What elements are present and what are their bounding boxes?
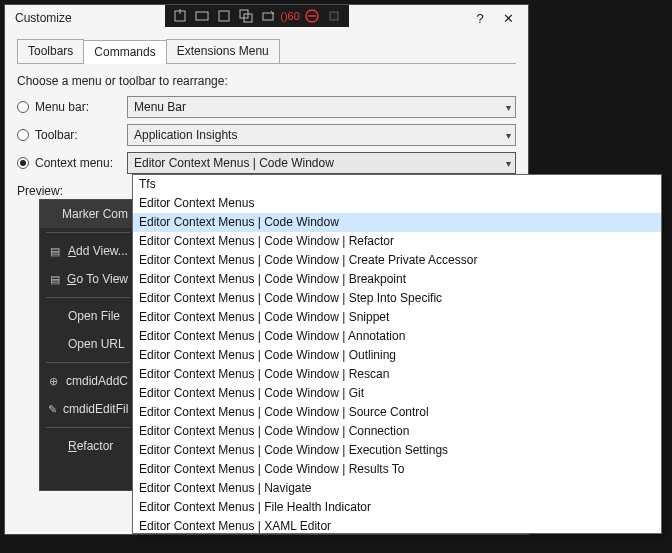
doc-icon: ▤ (48, 244, 62, 258)
preview-item[interactable]: Open URL (40, 330, 136, 358)
combo-toolbar-value: Application Insights (134, 128, 237, 142)
dropdown-item[interactable]: Editor Context Menus | Code Window | Con… (133, 422, 661, 441)
preview-item-label: Open File (68, 309, 120, 323)
preview-item[interactable]: Refactor (40, 432, 136, 460)
radio-toolbar[interactable] (17, 129, 29, 141)
preview-item-label: Open URL (68, 337, 125, 351)
tool-icon-2[interactable] (193, 7, 211, 25)
svg-rect-2 (196, 12, 208, 20)
separator (46, 232, 130, 233)
tab-extensions[interactable]: Extensions Menu (166, 39, 280, 63)
preview-panel: Marker Com▤Add View...▤Go To ViewOpen Fi… (39, 199, 137, 491)
dropdown-item[interactable]: Tfs (133, 175, 661, 194)
preview-item[interactable]: Open File (40, 302, 136, 330)
dropdown-item[interactable]: Editor Context Menus | Code Window | Cre… (133, 251, 661, 270)
svg-rect-6 (263, 13, 273, 20)
preview-item-label: cmdidAddC (66, 374, 128, 388)
stop-icon[interactable] (303, 7, 321, 25)
radio-menubar-label: Menu bar: (35, 100, 89, 114)
chevron-down-icon: ▾ (506, 130, 511, 141)
dropdown-item[interactable]: Editor Context Menus | Code Window | Out… (133, 346, 661, 365)
combo-context-value: Editor Context Menus | Code Window (134, 156, 334, 170)
combo-menubar-value: Menu Bar (134, 100, 186, 114)
dropdown-item[interactable]: Editor Context Menus | Code Window | Exe… (133, 441, 661, 460)
instruction-text: Choose a menu or toolbar to rearrange: (17, 74, 516, 88)
preview-item-label: Add View... (68, 244, 128, 258)
dropdown-item[interactable]: Editor Context Menus | Code Window | Res… (133, 365, 661, 384)
dropdown-item[interactable]: Editor Context Menus | Code Window | Res… (133, 460, 661, 479)
preview-item-label: Go To View (67, 272, 128, 286)
tool-icon-5[interactable] (259, 7, 277, 25)
tab-commands[interactable]: Commands (83, 40, 166, 64)
dropdown-item[interactable]: Editor Context Menus | Code Window | Sou… (133, 403, 661, 422)
preview-item[interactable]: ⊕cmdidAddC (40, 367, 136, 395)
preview-item-label: Marker Com (62, 207, 128, 221)
combo-toolbar[interactable]: Application Insights ▾ (127, 124, 516, 146)
tab-toolbars[interactable]: Toolbars (17, 39, 84, 63)
context-menu-dropdown[interactable]: TfsEditor Context MenusEditor Context Me… (132, 174, 662, 534)
dropdown-item[interactable]: Editor Context Menus | Code Window | Bre… (133, 270, 661, 289)
dropdown-item[interactable]: Editor Context Menus | Navigate (133, 479, 661, 498)
help-button[interactable]: ? (466, 8, 494, 28)
dropdown-item[interactable]: Editor Context Menus | Code Window | Sni… (133, 308, 661, 327)
combo-menubar[interactable]: Menu Bar ▾ (127, 96, 516, 118)
preview-item[interactable]: ▤Add View... (40, 237, 136, 265)
preview-item[interactable]: Marker Com (40, 200, 136, 228)
doc-icon: ▤ (48, 272, 61, 286)
separator (46, 427, 130, 428)
close-button[interactable]: ✕ (494, 8, 522, 28)
combo-context[interactable]: Editor Context Menus | Code Window ▾ (127, 152, 516, 174)
dropdown-item[interactable]: Editor Context Menus | Code Window | Ref… (133, 232, 661, 251)
dialog-title: Customize (15, 11, 72, 25)
preview-item[interactable]: ✎cmdidEditFil (40, 395, 136, 423)
preview-item-label: Refactor (68, 439, 113, 453)
row-context: Context menu: Editor Context Menus | Cod… (17, 150, 516, 176)
dropdown-item[interactable]: Editor Context Menus | Code Window (133, 213, 661, 232)
dropdown-item[interactable]: Editor Context Menus | File Health Indic… (133, 498, 661, 517)
radio-menubar[interactable] (17, 101, 29, 113)
tool-icon-1[interactable] (171, 7, 189, 25)
radio-context-label: Context menu: (35, 156, 113, 170)
preview-item-label: cmdidEditFil (63, 402, 128, 416)
separator (46, 297, 130, 298)
chevron-down-icon: ▾ (506, 102, 511, 113)
tool-icon-3[interactable] (215, 7, 233, 25)
chevron-down-icon: ▾ (506, 158, 511, 169)
svg-rect-3 (219, 11, 229, 21)
radio-toolbar-label: Toolbar: (35, 128, 78, 142)
svg-rect-11 (330, 12, 338, 20)
separator (46, 362, 130, 363)
row-toolbar: Toolbar: Application Insights ▾ (17, 122, 516, 148)
dropdown-item[interactable]: Editor Context Menus | Code Window | Ann… (133, 327, 661, 346)
preview-item[interactable]: ▤Go To View (40, 265, 136, 293)
row-menubar: Menu bar: Menu Bar ▾ (17, 94, 516, 120)
dropdown-item[interactable]: Editor Context Menus | Code Window | Ste… (133, 289, 661, 308)
dropdown-item[interactable]: Editor Context Menus | Code Window | Git (133, 384, 661, 403)
tool-icon-8[interactable] (325, 7, 343, 25)
record-badge[interactable]: ()60 (281, 7, 299, 25)
edit-icon: ✎ (48, 402, 57, 416)
dropdown-item[interactable]: Editor Context Menus | XAML Editor (133, 517, 661, 534)
titlebar-toolstrip: ()60 (165, 5, 349, 27)
record-badge-count: 60 (288, 10, 300, 22)
titlebar: Customize ()60 ? ✕ (5, 5, 528, 31)
dropdown-item[interactable]: Editor Context Menus (133, 194, 661, 213)
plus-icon: ⊕ (48, 374, 60, 388)
radio-context[interactable] (17, 157, 29, 169)
tool-icon-4[interactable] (237, 7, 255, 25)
tab-strip: Toolbars Commands Extensions Menu (17, 39, 516, 64)
